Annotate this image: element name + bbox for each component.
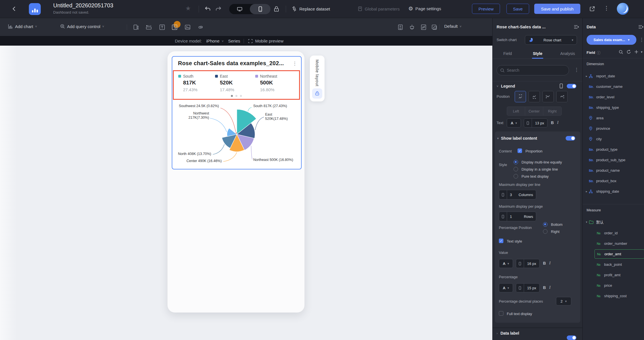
legend-section-header[interactable]: ˅ Legend: [497, 84, 515, 88]
dimension-field-product_sub_type[interactable]: Str. product_sub_type: [584, 155, 644, 165]
save-button[interactable]: Save: [506, 4, 529, 14]
tab-style[interactable]: Style: [523, 48, 553, 59]
redo-icon[interactable]: [215, 5, 222, 12]
rose-chart-plot[interactable]: South 817K (27.43%)East 520K(17.48%)Nort…: [172, 101, 302, 169]
text-style-checkbox[interactable]: ✓: [499, 239, 503, 243]
dimension-field-shipping_type[interactable]: Str. shipping_type: [584, 102, 644, 113]
decimal-places-dropdown[interactable]: 2▾: [556, 297, 571, 305]
measure-folder-row[interactable]: ▾ 默认: [584, 217, 644, 227]
search-input[interactable]: Search: [497, 65, 569, 75]
insert-link-icon[interactable]: [198, 24, 204, 30]
search-more-icon[interactable]: ⋮: [574, 67, 579, 73]
desktop-mode-icon[interactable]: [229, 4, 250, 14]
value-font-size-input[interactable]: 16 px: [516, 259, 540, 268]
radio-icon[interactable]: [543, 222, 548, 227]
legend-position-bottom[interactable]: [529, 91, 540, 102]
rose-chart-widget[interactable]: Rose chart-Sales data examples_202... ⋮ …: [172, 56, 302, 169]
page-dot[interactable]: [240, 95, 242, 97]
percentage-font-color-dropdown[interactable]: A▾: [499, 283, 513, 292]
page-dot[interactable]: [231, 95, 233, 97]
hide-element-icon[interactable]: [420, 24, 427, 30]
radio-icon[interactable]: [514, 160, 518, 164]
field-search-icon[interactable]: [619, 50, 623, 54]
tab-field[interactable]: Field: [493, 48, 523, 59]
legend-position-right[interactable]: [556, 91, 568, 102]
back-icon[interactable]: [11, 6, 18, 12]
legend-item[interactable]: South 817K 27.43%: [178, 74, 198, 92]
batch-select-icon[interactable]: [431, 24, 437, 30]
label-style-option[interactable]: Display multi-line equally: [514, 160, 562, 164]
add-query-control-button[interactable]: Add query control˅: [60, 24, 104, 29]
device-model-select[interactable]: iPhone: [206, 39, 220, 43]
field-filter-caret-icon[interactable]: ▾: [641, 50, 643, 54]
tab-analysis[interactable]: Analysis: [553, 48, 583, 59]
mobile-mode-icon[interactable]: [250, 4, 271, 14]
measure-field-profit_amt[interactable]: № profit_amt: [594, 270, 644, 280]
legend-highlight-box[interactable]: South 817K 27.43%East 520K 17.48%Northea…: [173, 70, 300, 100]
favorite-star-icon[interactable]: ★: [185, 5, 191, 12]
page-dot[interactable]: [235, 95, 237, 97]
legend-font-size-input[interactable]: 13 px: [524, 118, 548, 128]
italic-button[interactable]: I: [557, 120, 559, 125]
dimension-field-order_level[interactable]: Str. order_level: [584, 92, 644, 102]
show-label-content-header[interactable]: ▾ Show label content: [497, 136, 537, 141]
dimension-field-product_box[interactable]: Str. product_box: [584, 176, 644, 186]
chart-type-dropdown[interactable]: Rose chart ▾: [525, 35, 577, 45]
percentage-bold-button[interactable]: B: [543, 285, 546, 290]
insert-image-icon[interactable]: [184, 24, 191, 30]
widget-kebab-icon[interactable]: ⋮: [292, 61, 297, 67]
copy-style-icon[interactable]: [397, 24, 403, 30]
data-label-toggle[interactable]: [567, 335, 576, 340]
percentage-position-option[interactable]: Right: [543, 229, 559, 234]
more-menu-icon[interactable]: ⋮: [604, 5, 609, 11]
collapse-panel-icon[interactable]: [574, 24, 579, 29]
mobile-layout-tab[interactable]: Mobile layout: [310, 56, 325, 101]
insert-text-icon[interactable]: [159, 24, 165, 30]
save-and-publish-button[interactable]: Save and publish: [534, 4, 580, 14]
measure-field-shipping_cost[interactable]: № shipping_cost: [594, 291, 644, 301]
percentage-position-option[interactable]: Bottom: [543, 222, 563, 227]
data-label-section-header[interactable]: › Data label: [497, 331, 519, 335]
dataset-more-icon[interactable]: ⋮: [639, 37, 644, 43]
radio-icon[interactable]: [514, 167, 518, 171]
insert-rich-text-icon[interactable]: [171, 22, 181, 32]
legend-toggle[interactable]: [567, 84, 576, 88]
value-font-color-dropdown[interactable]: A▾: [499, 259, 513, 268]
measure-field-order_number[interactable]: № order_number: [594, 238, 644, 249]
legend-font-color-dropdown[interactable]: A▾: [507, 118, 521, 128]
value-bold-button[interactable]: B: [543, 261, 546, 265]
insert-widget-icon[interactable]: [133, 24, 139, 30]
mobile-preview-button[interactable]: Mobile preview: [255, 39, 284, 43]
collapse-data-panel-icon[interactable]: [638, 24, 644, 29]
dataset-dropdown[interactable]: Sales data exam... ▾: [587, 35, 636, 45]
percentage-italic-button[interactable]: I: [549, 285, 551, 290]
dimension-field-customer_name[interactable]: Str. customer_name: [584, 81, 644, 92]
dimension-field-shipping_date[interactable]: ▸ shipping_date: [584, 186, 644, 197]
insert-tab-container-icon[interactable]: [146, 24, 153, 30]
share-external-icon[interactable]: [589, 6, 595, 12]
radio-icon[interactable]: [514, 174, 518, 178]
clear-canvas-icon[interactable]: [409, 24, 415, 30]
radio-icon[interactable]: [543, 229, 548, 234]
dimension-field-report_date[interactable]: ▸ report_date: [584, 71, 644, 81]
device-series[interactable]: Series: [228, 39, 240, 43]
proportion-checkbox[interactable]: ✓: [518, 148, 522, 153]
label-style-option[interactable]: Pure text display: [514, 174, 549, 178]
dimension-field-product_type[interactable]: Str. product_type: [584, 144, 644, 155]
max-per-line-input[interactable]: 3 Columns: [499, 190, 536, 199]
preview-button[interactable]: Preview: [472, 4, 500, 14]
label-style-option[interactable]: Display in a single line: [514, 167, 558, 171]
replace-dataset-button[interactable]: Replace dataset: [291, 6, 330, 12]
theme-default-dropdown[interactable]: Default˅: [444, 24, 461, 29]
show-label-content-toggle[interactable]: [566, 136, 575, 141]
legend-position-top[interactable]: [515, 91, 526, 102]
max-per-page-input[interactable]: 1 Rows: [499, 212, 536, 221]
legend-item[interactable]: Northeast 500K 16.80%: [255, 74, 277, 92]
measure-field-order_id[interactable]: № order_id: [594, 228, 644, 238]
add-chart-button[interactable]: Add chart˅: [8, 24, 37, 29]
layout-lock-icon[interactable]: [312, 88, 322, 99]
percentage-font-size-input[interactable]: 15 px: [516, 283, 540, 292]
lock-icon[interactable]: [273, 6, 280, 12]
legend-position-left[interactable]: [542, 91, 554, 102]
measure-field-order_amt[interactable]: № order_amt: [594, 249, 644, 259]
